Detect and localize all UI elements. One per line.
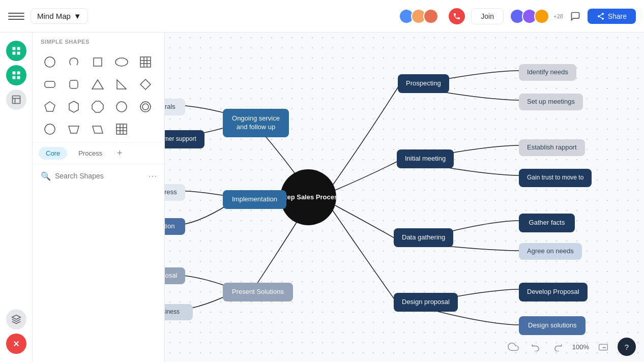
svg-point-1 (598, 15, 600, 17)
zoom-level: 100% (572, 343, 589, 351)
svg-point-35 (140, 102, 151, 112)
cloud-save-button[interactable] (505, 339, 521, 355)
node-set-up-meetings[interactable]: Set up meetings (519, 94, 583, 110)
keyboard-shortcuts-button[interactable] (595, 339, 611, 355)
svg-marker-38 (69, 126, 79, 133)
node-gain-trust[interactable]: Gain trust to move to (519, 169, 592, 187)
svg-rect-10 (17, 72, 20, 75)
share-label: Share (608, 12, 627, 20)
svg-rect-26 (45, 81, 55, 87)
node-center[interactable]: 7 Step Sales Process (280, 169, 336, 225)
svg-rect-21 (140, 57, 151, 67)
svg-marker-30 (140, 79, 151, 89)
node-design-proposal[interactable]: Design proposal (394, 293, 458, 312)
svg-rect-11 (12, 76, 15, 79)
shape-circle3[interactable] (136, 98, 155, 116)
header-right: +28 Share (510, 8, 636, 24)
shape-arc[interactable] (65, 53, 83, 71)
shape-circle[interactable] (41, 53, 59, 71)
avatar (423, 9, 438, 24)
chevron-down-icon: ▼ (74, 12, 81, 20)
svg-rect-8 (17, 52, 20, 55)
svg-marker-29 (117, 80, 126, 89)
help-button[interactable]: ? (618, 338, 636, 356)
svg-rect-13 (12, 96, 20, 104)
svg-rect-12 (17, 76, 20, 79)
shape-grid[interactable] (112, 120, 131, 138)
search-shapes-row: 🔍 ⋯ (33, 164, 164, 188)
node-present-solutions[interactable]: Present Solutions (223, 283, 293, 301)
svg-marker-33 (92, 101, 103, 112)
svg-point-20 (115, 58, 128, 66)
shape-pentagon[interactable] (41, 98, 59, 116)
node-agree-on-needs[interactable]: Agree on needs (519, 243, 582, 260)
svg-rect-40 (116, 124, 127, 134)
diagram-title-select[interactable]: Mind Map ▼ (31, 8, 88, 24)
svg-point-18 (45, 57, 55, 67)
draw-button[interactable] (6, 309, 26, 329)
chat-button[interactable] (567, 8, 583, 24)
add-tab-button[interactable]: + (113, 147, 126, 160)
shape-circle4[interactable] (41, 120, 59, 138)
shapes-grid (33, 49, 164, 142)
redo-button[interactable] (550, 339, 566, 355)
svg-point-0 (602, 13, 604, 15)
node-gather-facts[interactable]: Gather facts (519, 214, 575, 232)
avatar (534, 9, 549, 24)
join-button[interactable]: Join (471, 8, 504, 24)
svg-point-34 (116, 102, 127, 112)
svg-point-36 (142, 104, 149, 110)
node-identify-needs[interactable]: Identify needs (519, 64, 576, 81)
node-develop-proposal[interactable]: Develop Proposal (519, 283, 588, 301)
svg-rect-7 (12, 52, 15, 55)
svg-marker-31 (45, 102, 55, 111)
search-icon: 🔍 (41, 171, 51, 181)
menu-button[interactable] (8, 8, 24, 24)
layout-button[interactable] (6, 89, 26, 110)
node-implementation[interactable]: Implementation (223, 190, 286, 209)
node-design-solutions[interactable]: Design solutions (519, 316, 586, 335)
call-button[interactable] (449, 8, 465, 24)
search-shapes-input[interactable] (55, 172, 144, 180)
shape-ellipse[interactable] (112, 53, 131, 71)
svg-marker-39 (93, 126, 103, 133)
tab-core[interactable]: Core (39, 147, 67, 160)
shape-rounded-sq[interactable] (65, 75, 83, 94)
tab-process[interactable]: Process (71, 147, 109, 160)
shape-hexagon[interactable] (65, 98, 83, 116)
shape-panel: SIMPLE SHAPES Core Process + 🔍 ⋯ (33, 33, 165, 362)
shape-table[interactable] (136, 53, 155, 71)
diagram-title: Mind Map (37, 12, 71, 20)
node-data-gathering[interactable]: Data gathering (394, 228, 453, 247)
node-establish-rapport[interactable]: Establish rapport (519, 139, 585, 156)
more-options-button[interactable]: ⋯ (148, 170, 157, 182)
node-prospecting[interactable]: Prospecting (398, 74, 449, 93)
shape-right-triangle[interactable] (112, 75, 131, 94)
svg-rect-19 (94, 58, 102, 66)
shapes-section-label: SIMPLE SHAPES (33, 33, 164, 49)
node-ongoing-service[interactable]: Ongoing service and follow up (223, 109, 289, 137)
svg-marker-28 (92, 80, 103, 89)
shape-circle2[interactable] (112, 98, 131, 116)
close-add-button[interactable] (6, 334, 26, 354)
viewer-count: +28 (553, 13, 563, 19)
shape-octagon[interactable] (89, 98, 107, 116)
shape-triangle[interactable] (89, 75, 107, 94)
svg-line-4 (599, 14, 602, 16)
svg-rect-27 (70, 80, 78, 88)
shape-trapezoid[interactable] (65, 120, 83, 138)
grid-button-1[interactable] (6, 41, 26, 61)
shape-diamond[interactable] (136, 75, 155, 94)
svg-point-37 (45, 124, 55, 134)
grid-button-2[interactable] (6, 65, 26, 85)
undo-button[interactable] (528, 339, 544, 355)
svg-line-3 (599, 17, 602, 18)
svg-point-2 (602, 17, 604, 19)
collaborator-avatars (399, 9, 438, 24)
share-button[interactable]: Share (588, 9, 636, 24)
shape-rounded-rect[interactable] (41, 75, 59, 94)
viewer-avatars (510, 9, 549, 24)
node-initial-meeting[interactable]: Initial meeting (397, 149, 454, 168)
shape-parallelogram[interactable] (89, 120, 107, 138)
shape-square[interactable] (89, 53, 107, 71)
